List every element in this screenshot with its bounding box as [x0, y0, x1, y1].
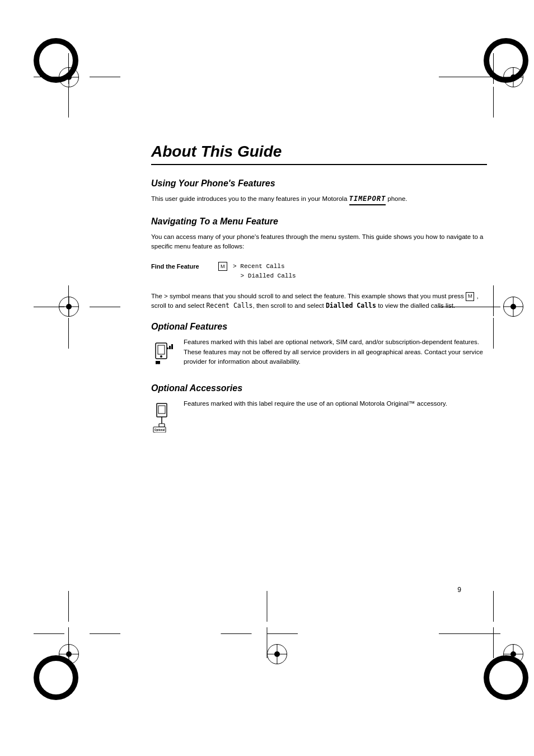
menu-key-icon: M	[218, 262, 227, 271]
crop-mark	[90, 633, 120, 634]
crop-mark	[68, 591, 69, 622]
svg-rect-5	[171, 344, 173, 349]
optional-feature-row: OPT Features marked with this label are …	[151, 337, 487, 372]
crop-mark	[493, 53, 494, 84]
optional-accessory-row: Optional Accessory Features marked with …	[151, 399, 487, 433]
crop-mark	[221, 633, 252, 634]
section-navigating: Navigating To a Menu Feature You can acc…	[151, 217, 487, 311]
find-feature-path: M > Recent Calls > Dialled Calls	[218, 262, 296, 281]
crop-mark	[267, 591, 268, 622]
section-heading-using-features: Using Your Phone's Features	[151, 179, 487, 189]
crop-mark	[493, 318, 494, 349]
section-heading-optional-features: Optional Features	[151, 322, 487, 332]
svg-rect-4	[169, 346, 171, 349]
section-heading-navigating: Navigating To a Menu Feature	[151, 217, 487, 227]
svg-text:Accessory: Accessory	[154, 431, 164, 433]
main-content: About This Guide Using Your Phone's Feat…	[151, 143, 487, 437]
find-feature-label: Find the Feature	[151, 262, 218, 270]
page: About This Guide Using Your Phone's Feat…	[0, 0, 534, 756]
section-optional-features: Optional Features OPT	[151, 322, 487, 372]
crop-mark	[90, 307, 120, 307]
crop-mark	[439, 77, 470, 77]
section-optional-accessories: Optional Accessories Optional Accessory	[151, 383, 487, 433]
crop-mark	[34, 633, 64, 634]
optional-accessory-icon: Optional Accessory	[151, 399, 176, 433]
crop-mark	[493, 627, 494, 658]
crop-mark	[493, 591, 494, 622]
section-body-navigating: You can access many of your phone's feat…	[151, 232, 487, 252]
find-feature-box: Find the Feature M > Recent Calls > Dial…	[151, 259, 487, 285]
section-explanation: The > symbol means that you should scrol…	[151, 292, 487, 311]
corner-mark-bl	[34, 655, 78, 700]
corner-mark-br	[484, 655, 528, 700]
svg-rect-3	[167, 348, 168, 349]
page-title: About This Guide	[151, 143, 487, 165]
crop-mark	[68, 318, 69, 349]
svg-rect-9	[158, 406, 165, 414]
svg-rect-11	[159, 424, 165, 427]
svg-text:OPT: OPT	[156, 363, 161, 366]
crop-mark	[267, 633, 298, 634]
section-body-using-features: This user guide introduces you to the ma…	[151, 194, 487, 205]
svg-point-2	[160, 355, 162, 358]
crop-mark	[470, 633, 500, 634]
timeport-logo: TIMEPORT	[349, 194, 386, 205]
crop-mark	[470, 77, 500, 77]
crop-mark	[493, 285, 494, 316]
crop-mark	[493, 87, 494, 118]
section-using-features: Using Your Phone's Features This user gu…	[151, 179, 487, 205]
section-body-optional-accessories: Features marked with this label require …	[184, 399, 447, 408]
svg-rect-1	[158, 345, 165, 354]
section-body-optional-features: Features marked with this label are opti…	[184, 337, 487, 367]
crop-mark	[90, 77, 120, 77]
optional-feature-icon: OPT	[151, 337, 176, 367]
menu-key-inline-icon: M	[466, 292, 475, 301]
crop-mark	[439, 633, 470, 634]
section-heading-optional-accessories: Optional Accessories	[151, 383, 487, 393]
page-number: 9	[457, 586, 461, 594]
crop-mark	[68, 87, 69, 118]
